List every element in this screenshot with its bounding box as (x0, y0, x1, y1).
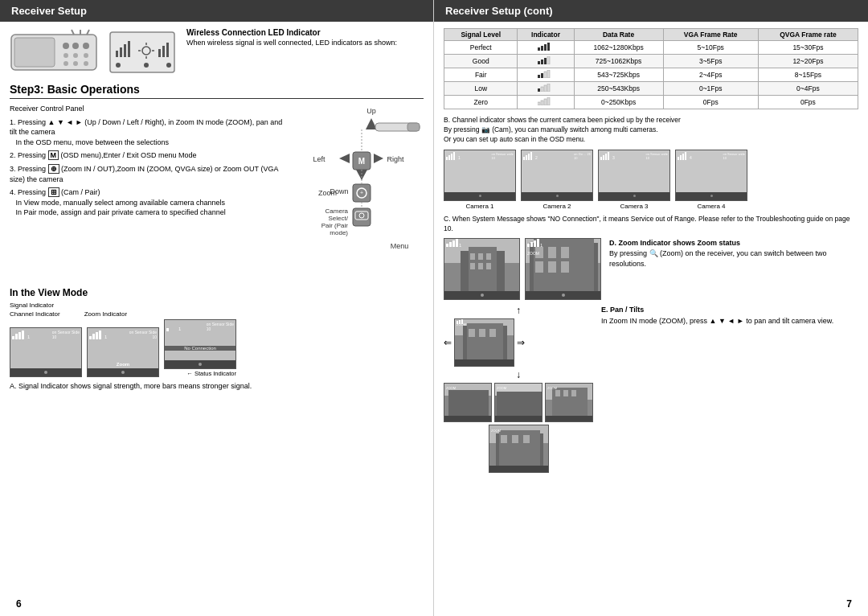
control-diagram: Up Left M (295, 104, 424, 281)
zoom-monitors: 1 (444, 238, 601, 300)
svg-rect-92 (528, 154, 530, 160)
svg-rect-116 (456, 239, 458, 247)
wireless-title: Wireless Connection LED Indicator (186, 28, 424, 37)
svg-rect-108 (486, 253, 491, 260)
svg-text:Camera: Camera (326, 207, 349, 215)
note-c: C. When System Message shows "NO Connect… (444, 215, 858, 234)
svg-rect-90 (523, 157, 525, 160)
svg-rect-60 (22, 331, 24, 339)
note-e: In Zoom IN mode (ZOOM), press ▲ ▼ ◄ ► to… (601, 317, 833, 325)
svg-rect-115 (452, 240, 455, 247)
svg-rect-61 (89, 336, 92, 339)
svg-rect-89 (453, 152, 455, 160)
svg-rect-142 (457, 321, 458, 324)
col-indicator: Indicator (518, 29, 574, 41)
svg-rect-164 (501, 435, 507, 443)
page-number-left: 6 (16, 598, 22, 610)
svg-point-4 (83, 43, 89, 49)
svg-rect-70 (538, 61, 540, 64)
svg-rect-62 (92, 334, 95, 339)
svg-text:Up: Up (366, 107, 376, 115)
svg-rect-125 (535, 261, 543, 273)
svg-rect-124 (561, 247, 569, 258)
right-header: Receiver Setup (cont) (434, 0, 868, 22)
svg-rect-17 (124, 44, 126, 57)
svg-rect-94 (600, 157, 602, 160)
svg-text:+: + (360, 190, 363, 195)
svg-rect-144 (461, 319, 463, 324)
svg-line-13 (72, 30, 74, 35)
svg-rect-69 (547, 43, 550, 51)
svg-rect-63 (96, 332, 98, 339)
svg-point-27 (116, 63, 121, 68)
svg-text:Pair (Pair: Pair (Pair (321, 222, 349, 229)
svg-point-3 (72, 43, 79, 49)
monitor-1: 1 on Sensor Side10 (10, 327, 82, 377)
svg-rect-67 (541, 46, 543, 51)
svg-rect-99 (680, 155, 682, 160)
camera-2-item: 2 on Go ... 2610 Camera 2 (521, 150, 593, 210)
svg-rect-123 (548, 247, 556, 258)
step-4: 4. Pressing ⊞ (Cam / Pair) In View mode,… (10, 187, 290, 218)
svg-text:ZOOM: ZOOM (491, 429, 501, 433)
svg-rect-130 (534, 240, 536, 247)
svg-rect-140 (489, 329, 496, 337)
svg-point-5 (63, 53, 68, 58)
svg-point-6 (73, 53, 78, 58)
table-row: Good 725~1062Kbps3~5Fps12~20Fps (444, 55, 858, 68)
svg-rect-76 (544, 72, 547, 78)
svg-rect-82 (538, 102, 540, 105)
svg-rect-113 (446, 244, 448, 247)
svg-rect-83 (541, 101, 543, 105)
svg-text:Menu: Menu (391, 242, 409, 250)
svg-rect-157 (563, 390, 568, 396)
svg-rect-143 (459, 320, 461, 324)
svg-rect-96 (605, 154, 607, 160)
note-e-title: E. Pan / Tilts (601, 306, 644, 314)
svg-rect-91 (526, 155, 527, 160)
svg-point-8 (63, 61, 68, 66)
svg-marker-38 (374, 154, 383, 163)
svg-rect-100 (682, 154, 684, 160)
svg-text:mode): mode) (330, 229, 348, 236)
col-vga-frame: VGA Frame Rate (663, 29, 758, 41)
svg-rect-97 (608, 152, 609, 160)
svg-rect-75 (541, 73, 543, 78)
svg-marker-35 (339, 154, 350, 163)
svg-point-10 (84, 61, 88, 66)
svg-text:Zoom: Zoom (318, 189, 337, 197)
step3-title: Step3: Basic Operations (10, 83, 424, 99)
svg-rect-101 (685, 152, 686, 160)
svg-rect-58 (15, 334, 18, 339)
table-row: Fair 543~725Kbps2~4Fps8~15Fps (444, 68, 858, 82)
svg-rect-147 (448, 390, 489, 416)
svg-rect-88 (451, 154, 452, 160)
svg-rect-158 (571, 390, 576, 396)
svg-rect-127 (561, 261, 569, 273)
svg-rect-98 (678, 157, 679, 160)
svg-rect-139 (479, 329, 485, 337)
svg-rect-1 (14, 38, 55, 67)
svg-rect-86 (446, 157, 448, 160)
svg-rect-156 (555, 390, 560, 396)
svg-rect-65 (166, 328, 169, 331)
svg-rect-85 (547, 97, 550, 105)
svg-text:Left: Left (313, 155, 326, 163)
svg-text:Right: Right (387, 155, 404, 163)
signal-indicator-label: Signal Indicator (10, 302, 54, 309)
svg-rect-138 (469, 329, 475, 337)
status-indicator-label: ← Status Indicator (164, 370, 236, 377)
monitor-2: 1 on Sensor Side10 Zoom (87, 327, 159, 377)
led-panel-image (106, 28, 178, 76)
svg-point-7 (84, 53, 88, 58)
svg-rect-25 (162, 46, 165, 57)
svg-rect-106 (470, 253, 475, 260)
svg-text:ZOOM: ZOOM (446, 386, 456, 390)
svg-rect-166 (523, 435, 530, 443)
channel-indicator-label: Channel Indicator (10, 310, 60, 318)
page-number-right: 7 (846, 598, 852, 610)
svg-rect-64 (99, 331, 101, 339)
svg-rect-73 (547, 56, 550, 64)
note-b: B. Channel indicator shows the current c… (444, 116, 858, 145)
table-row: Perfect 1062~1280Kbps5~10Fps15~30Fps (444, 41, 858, 55)
